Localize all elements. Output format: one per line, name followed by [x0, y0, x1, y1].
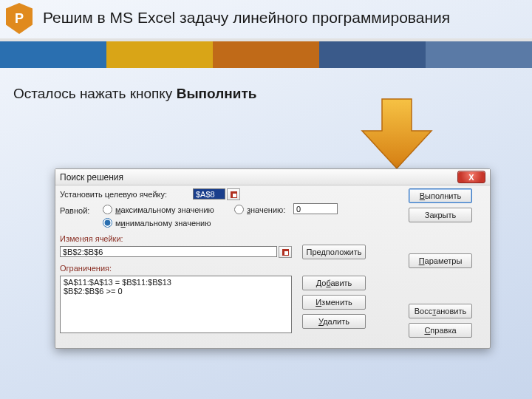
instruction-text: Осталось нажать кнопку Выполнить	[13, 86, 256, 102]
range-picker-icon[interactable]	[279, 246, 292, 258]
execute-button[interactable]: Выполнить	[409, 188, 472, 203]
restore-button[interactable]: Восстановить	[409, 304, 472, 318]
dialog-titlebar: Поиск решения X	[55, 169, 490, 185]
radio-value-label: значению:	[247, 205, 285, 214]
decorative-stripe	[0, 38, 532, 68]
changing-cells-input[interactable]: $B$2:$B$6	[60, 246, 277, 257]
equal-label: Равной:	[60, 206, 89, 215]
change-button[interactable]: Изменить	[302, 295, 366, 310]
radio-max[interactable]: максимальному значению	[103, 205, 214, 214]
instruction-prefix: Осталось нажать кнопку	[13, 86, 177, 101]
radio-min[interactable]: минимальному значению	[103, 218, 211, 228]
slide-logo: P	[6, 3, 33, 34]
slide-title: Решим в MS Excel задачу линейного програ…	[43, 9, 450, 27]
constraints-section: Ограничения:	[60, 264, 112, 273]
target-cell-label: Установить целевую ячейку:	[60, 190, 167, 199]
changing-cells-section: Изменяя ячейки:	[60, 234, 123, 243]
solver-dialog: Поиск решения X Установить целевую ячейк…	[55, 168, 491, 349]
dialog-title: Поиск решения	[60, 172, 123, 183]
constraints-list[interactable]: $A$11:$A$13 = $B$11:$B$13 $B$2:$B$6 >= 0	[60, 276, 292, 333]
instruction-bold: Выполнить	[177, 86, 257, 101]
constraint-item: $A$11:$A$13 = $B$11:$B$13	[64, 278, 288, 287]
add-button[interactable]: Добавить	[302, 276, 366, 290]
range-picker-icon[interactable]	[227, 188, 240, 200]
svg-marker-0	[362, 99, 432, 168]
help-button[interactable]: Справка	[409, 323, 472, 338]
radio-value[interactable]: значению:	[234, 205, 285, 214]
close-dialog-button[interactable]: Закрыть	[409, 208, 472, 222]
close-button[interactable]: X	[457, 171, 485, 183]
radio-min-label: минимальному значению	[115, 219, 211, 228]
guess-button[interactable]: Предположить	[302, 245, 366, 259]
delete-button[interactable]: Удалить	[302, 314, 366, 329]
parameters-button[interactable]: Параметры	[409, 253, 472, 268]
value-input[interactable]: 0	[293, 203, 338, 214]
down-arrow-icon	[356, 98, 437, 171]
close-icon: X	[468, 173, 474, 182]
radio-max-label: максимальному значению	[115, 205, 214, 214]
constraint-item: $B$2:$B$6 >= 0	[64, 287, 288, 296]
target-cell-input[interactable]: $A$8	[193, 188, 225, 200]
